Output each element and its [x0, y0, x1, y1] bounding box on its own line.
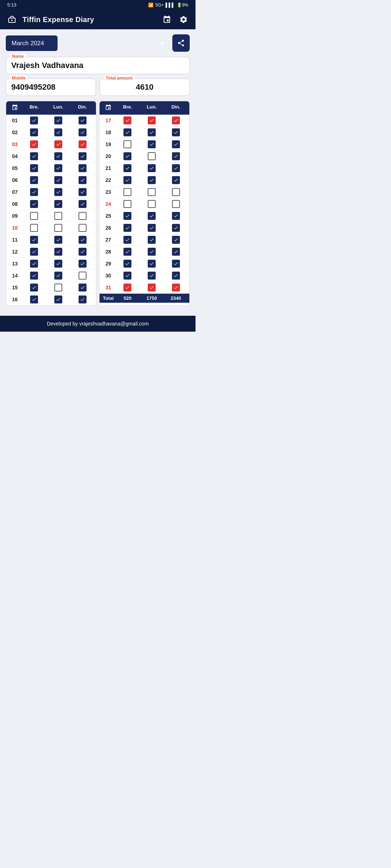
checkbox-cell[interactable]: [140, 188, 164, 196]
checkbox-cell[interactable]: [140, 128, 164, 136]
checkbox-cell[interactable]: [22, 295, 46, 303]
checkbox-cell[interactable]: [22, 140, 46, 148]
checkbox-cell[interactable]: [70, 140, 94, 148]
checkbox-cell[interactable]: [70, 200, 94, 208]
checkbox-cell[interactable]: [115, 116, 140, 124]
checkbox-cell[interactable]: [46, 176, 71, 184]
checkbox-cell[interactable]: [70, 224, 94, 232]
checkbox-cell[interactable]: [70, 116, 94, 124]
checkbox-cell[interactable]: [22, 152, 46, 160]
checkbox-cell[interactable]: [22, 272, 46, 280]
checkbox-cell[interactable]: [70, 272, 94, 280]
checkbox-cell[interactable]: [70, 128, 94, 136]
checkbox-cell[interactable]: [140, 272, 164, 280]
checkbox-cell[interactable]: [115, 260, 140, 268]
checkbox-cell[interactable]: [46, 236, 71, 244]
checkbox-cell[interactable]: [22, 200, 46, 208]
checkbox-cell[interactable]: [164, 248, 188, 256]
checkbox-cell[interactable]: [46, 295, 71, 303]
checkbox-cell[interactable]: [164, 176, 188, 184]
checkbox-cell[interactable]: [115, 152, 140, 160]
checkbox-cell[interactable]: [22, 128, 46, 136]
share-button[interactable]: [172, 34, 190, 52]
checkbox-cell[interactable]: [115, 164, 140, 172]
checkbox-cell[interactable]: [164, 188, 188, 196]
checkbox-cell[interactable]: [46, 272, 71, 280]
checkbox-cell[interactable]: [115, 176, 140, 184]
settings-icon-btn[interactable]: [177, 13, 190, 26]
checkbox-cell[interactable]: [46, 260, 71, 268]
checkbox-cell[interactable]: [115, 236, 140, 244]
checkbox-cell[interactable]: [164, 164, 188, 172]
checkbox-cell[interactable]: [70, 248, 94, 256]
checkbox-cell[interactable]: [164, 116, 188, 124]
checkbox-cell[interactable]: [140, 224, 164, 232]
checkbox-cell[interactable]: [115, 128, 140, 136]
checkbox-cell[interactable]: [115, 188, 140, 196]
checkbox-cell[interactable]: [164, 260, 188, 268]
checkbox-cell[interactable]: [70, 164, 94, 172]
day-number: 02: [8, 129, 22, 135]
checkbox-cell[interactable]: [22, 164, 46, 172]
checkbox-cell[interactable]: [22, 176, 46, 184]
checkbox-cell[interactable]: [164, 284, 188, 292]
checkbox-cell[interactable]: [22, 248, 46, 256]
checkbox-cell[interactable]: [22, 212, 46, 220]
checkbox-cell[interactable]: [70, 284, 94, 292]
checkbox-cell[interactable]: [46, 164, 71, 172]
checkbox-cell[interactable]: [46, 152, 71, 160]
checkbox-cell[interactable]: [70, 176, 94, 184]
checkbox-cell[interactable]: [115, 200, 140, 208]
checkbox-cell[interactable]: [164, 152, 188, 160]
checkbox-cell[interactable]: [140, 140, 164, 148]
calendar-icon-btn[interactable]: [161, 13, 173, 26]
checkbox-cell[interactable]: [164, 212, 188, 220]
checkbox-cell[interactable]: [46, 200, 71, 208]
checkbox-cell[interactable]: [164, 224, 188, 232]
checkbox-cell[interactable]: [70, 260, 94, 268]
checkbox-cell[interactable]: [22, 224, 46, 232]
table-row: 26: [100, 222, 189, 234]
checkbox-cell[interactable]: [115, 224, 140, 232]
month-selector[interactable]: March 2024 January 2024 February 2024 Ap…: [6, 35, 58, 51]
checkbox-cell[interactable]: [140, 116, 164, 124]
checkbox-cell[interactable]: [46, 128, 71, 136]
checkbox-cell[interactable]: [140, 152, 164, 160]
checkbox-cell[interactable]: [22, 236, 46, 244]
checkbox-cell[interactable]: [115, 284, 140, 292]
checkbox-cell[interactable]: [115, 248, 140, 256]
checkbox-cell[interactable]: [140, 176, 164, 184]
checkbox-cell[interactable]: [22, 260, 46, 268]
checkbox-cell[interactable]: [46, 140, 71, 148]
checkbox-cell[interactable]: [22, 284, 46, 292]
checkbox-cell[interactable]: [164, 236, 188, 244]
checkbox-cell[interactable]: [46, 212, 71, 220]
checkbox-cell[interactable]: [46, 248, 71, 256]
checkbox-cell[interactable]: [164, 140, 188, 148]
checkbox-cell[interactable]: [70, 212, 94, 220]
checkbox-cell[interactable]: [140, 200, 164, 208]
checkbox-cell[interactable]: [140, 212, 164, 220]
checkbox-cell[interactable]: [164, 200, 188, 208]
checkbox-cell[interactable]: [22, 188, 46, 196]
checkbox-cell[interactable]: [115, 140, 140, 148]
checkbox-cell[interactable]: [46, 188, 71, 196]
checkbox-cell[interactable]: [164, 272, 188, 280]
checkbox-cell[interactable]: [70, 152, 94, 160]
checkbox-cell[interactable]: [140, 164, 164, 172]
checkbox-cell[interactable]: [115, 212, 140, 220]
checkbox-cell[interactable]: [140, 260, 164, 268]
checkbox-cell[interactable]: [140, 284, 164, 292]
checkbox-cell[interactable]: [115, 272, 140, 280]
checkbox-cell[interactable]: [140, 236, 164, 244]
checkbox-cell[interactable]: [46, 224, 71, 232]
checkbox-cell[interactable]: [140, 248, 164, 256]
checkbox-cell[interactable]: [46, 116, 71, 124]
checkbox-cell[interactable]: [70, 295, 94, 303]
checkbox-cell[interactable]: [46, 284, 71, 292]
table-row: 09: [6, 210, 96, 222]
checkbox-cell[interactable]: [70, 236, 94, 244]
checkbox-cell[interactable]: [70, 188, 94, 196]
checkbox-cell[interactable]: [22, 116, 46, 124]
checkbox-cell[interactable]: [164, 128, 188, 136]
